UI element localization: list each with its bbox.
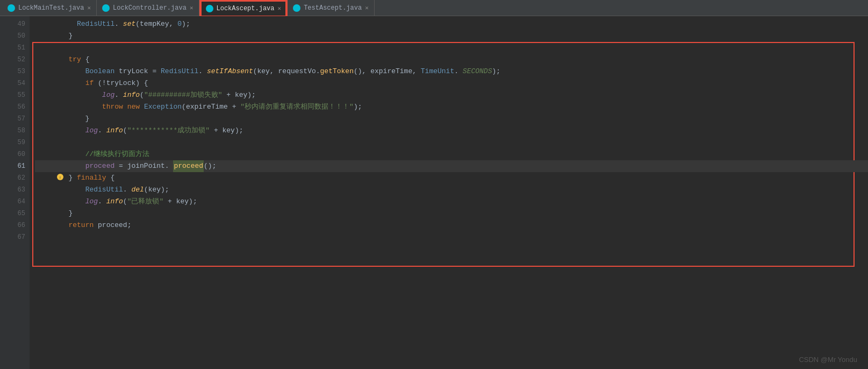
line-num-60: 60 [4,148,25,160]
tab-lockascept[interactable]: LockAscept.java ✕ [199,0,288,17]
line-num-55: 55 [4,89,25,101]
code-line-58: log. info("***********成功加锁" + key); [35,125,868,137]
code-line-53: Boolean tryLock = RedisUtil. setIfAbsent… [35,66,868,77]
line-num-57: 57 [4,113,25,125]
code-line-60: //继续执行切面方法 [35,148,868,160]
code-editor[interactable]: RedisUtil. set(tempKey, 0); } try { Bool… [30,16,868,369]
java-icon [206,5,213,12]
code-line-57: } [35,113,868,125]
code-line-61: ! proceed = joinPoint. proceed(); [35,160,868,172]
code-line-67 [35,231,868,243]
code-line-54: if (!tryLock) { [35,77,868,89]
code-line-66: return proceed; [35,219,868,231]
line-numbers: 49 50 51 52 53 54 55 56 57 58 59 60 61 6… [0,16,30,369]
java-icon [293,4,300,12]
code-line-50: } [35,30,868,42]
line-num-64: 64 [4,196,25,208]
line-num-66: 66 [4,219,25,231]
line-num-51: 51 [4,42,25,54]
tab-close-icon[interactable]: ✕ [190,4,193,11]
tab-close-icon[interactable]: ✕ [365,4,369,11]
code-line-59 [35,137,868,148]
code-line-62: } finally { [35,172,868,184]
code-line-49: RedisUtil. set(tempKey, 0); [35,18,868,30]
line-num-63: 63 [4,184,25,196]
code-container: 49 50 51 52 53 54 55 56 57 58 59 60 61 6… [0,16,868,369]
code-line-64: log. info("已释放锁" + key); [35,196,868,208]
code-line-56: throw new Exception(expireTime + "秒内请勿重复… [35,101,868,113]
code-line-51 [35,42,868,54]
tab-label: TestAscept.java [304,4,362,12]
tab-label: LockAscept.java [217,5,275,12]
line-num-67: 67 [4,231,25,243]
tab-label: LockMainTest.java [18,4,84,12]
line-num-62: 62 [4,172,25,184]
line-num-65: 65 [4,208,25,219]
java-icon [102,4,110,12]
java-icon [8,4,15,12]
line-num-53: 53 [4,66,25,77]
tab-close-icon[interactable]: ✕ [87,4,91,11]
watermark: CSDN @Mr Yondu [799,356,857,364]
tab-lockmaintest[interactable]: LockMainTest.java ✕ [2,0,97,16]
line-num-54: 54 [4,77,25,89]
tab-testascept[interactable]: TestAscept.java ✕ [288,0,375,16]
line-num-50: 50 [4,30,25,42]
code-line-65: } [35,208,868,219]
line-num-59: 59 [4,137,25,148]
line-num-52: 52 [4,54,25,66]
line-num-49: 49 [4,18,25,30]
line-num-58: 58 [4,125,25,137]
code-line-55: log. info("##########加锁失败" + key); [35,89,868,101]
line-num-61: 61 [4,160,25,172]
tab-bar: LockMainTest.java ✕ LockController.java … [0,0,868,16]
code-line-52: try { [35,54,868,66]
tab-lockcontroller[interactable]: LockController.java ✕ [97,0,199,16]
line-num-56: 56 [4,101,25,113]
tab-close-icon[interactable]: ✕ [278,5,282,12]
tab-label: LockController.java [113,4,186,12]
code-line-63: RedisUtil. del(key); [35,184,868,196]
